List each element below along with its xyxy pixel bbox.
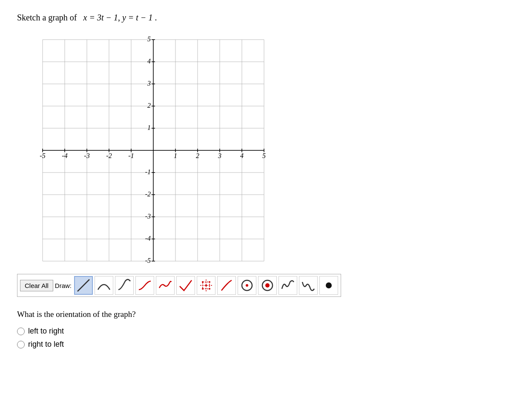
tool-checkmark[interactable] [176, 276, 195, 295]
svg-point-5 [202, 281, 204, 283]
radio-label-right-to-left: right to left [28, 340, 64, 349]
tool-dot[interactable] [319, 276, 338, 295]
slash-icon [219, 278, 234, 293]
svg-point-12 [265, 283, 270, 288]
tool-m-wave[interactable] [278, 276, 297, 295]
tool-circle-closed[interactable] [258, 276, 277, 295]
orientation-section: What is the orientation of the graph? le… [17, 310, 494, 349]
circle-open-icon [239, 278, 255, 293]
orientation-question: What is the orientation of the graph? [17, 310, 494, 319]
checkmark-icon [178, 278, 193, 293]
curve-up-icon [117, 278, 132, 293]
wave-icon [158, 278, 173, 293]
svg-point-7 [202, 288, 204, 290]
radio-right-to-left[interactable]: right to left [17, 340, 494, 349]
s-curve-icon [137, 278, 152, 293]
tool-s-curve[interactable] [135, 276, 154, 295]
radio-left-to-right[interactable]: left to right [17, 327, 494, 336]
title-text: Sketch a graph of [17, 13, 77, 22]
circle-closed-icon [260, 278, 275, 293]
svg-line-0 [78, 279, 89, 291]
line-icon [76, 278, 91, 293]
svg-point-10 [246, 284, 248, 287]
graph-canvas[interactable] [17, 31, 273, 270]
tool-line[interactable] [74, 276, 93, 295]
tool-arch[interactable] [95, 276, 113, 295]
svg-point-8 [209, 288, 210, 290]
dot-icon [321, 278, 336, 293]
w-wave-icon [301, 278, 316, 293]
tool-wave[interactable] [156, 276, 175, 295]
tool-w-wave[interactable] [299, 276, 318, 295]
svg-point-13 [326, 282, 332, 288]
radio-label-left-to-right: left to right [28, 327, 64, 336]
graph-container [17, 31, 273, 270]
problem-title: Sketch a graph of x = 3t − 1, y = t − 1 … [17, 13, 494, 23]
crosshair-icon [198, 278, 214, 293]
toolbar: Clear All Draw: [17, 274, 341, 297]
draw-label: Draw: [55, 282, 72, 289]
svg-point-4 [205, 285, 207, 286]
tool-curve-up[interactable] [115, 276, 134, 295]
radio-input-left-to-right[interactable] [17, 328, 25, 335]
radio-input-right-to-left[interactable] [17, 341, 25, 348]
arch-icon [96, 278, 112, 293]
svg-point-6 [209, 281, 210, 283]
clear-all-button[interactable]: Clear All [20, 280, 53, 291]
tool-crosshair[interactable] [197, 276, 215, 295]
tool-slash[interactable] [217, 276, 236, 295]
equation: x = 3t − 1, y = t − 1 [83, 13, 153, 22]
m-wave-icon [280, 278, 296, 293]
tool-circle-open[interactable] [238, 276, 256, 295]
